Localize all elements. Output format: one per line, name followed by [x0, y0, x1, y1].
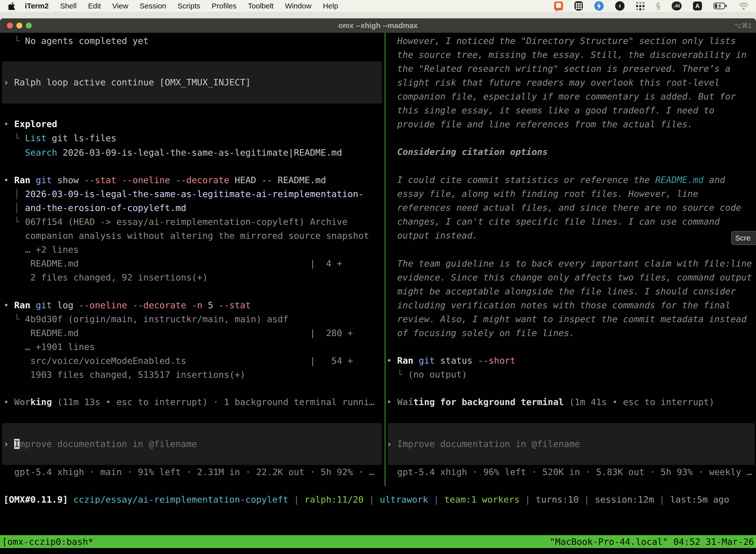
menu-item-view[interactable]: View: [112, 2, 128, 10]
hook-icon[interactable]: §: [656, 1, 660, 11]
omx-status-bar: [OMX#0.11.9] cczip/essay/ai-reimplementa…: [3, 0, 755, 554]
pane-divider[interactable]: [385, 33, 385, 486]
tmux-host-clock: "MacBook-Pro-44.local" 04:52 31-Mar-26: [550, 537, 754, 547]
omx-status-line: [OMX#0.11.9] cczip/essay/ai-reimplementa…: [3, 493, 729, 507]
menu-item-window[interactable]: Window: [285, 2, 312, 10]
menu-item-shell[interactable]: Shell: [60, 2, 77, 10]
menu-bar: iTerm2ShellEditViewSessionScriptsProfile…: [0, 0, 756, 12]
screen-notification-label: Scre: [735, 234, 751, 242]
desktop: { "menu_bar": { "items": ["iTerm2", "She…: [0, 0, 756, 554]
chat-app-icon[interactable]: [554, 1, 563, 10]
screen-notification[interactable]: Scre: [731, 231, 756, 245]
menu-item-edit[interactable]: Edit: [88, 2, 101, 10]
menu-item-toolbelt[interactable]: Toolbelt: [248, 2, 273, 10]
chevron-circle-icon[interactable]: ‹: [615, 1, 625, 11]
menu-status-icons: ‹ § ..61 A: [554, 1, 756, 11]
bolt-app-icon[interactable]: [594, 1, 604, 11]
keyboard-shield-icon[interactable]: [574, 1, 583, 11]
notification-badge-icon[interactable]: ..61: [672, 1, 682, 10]
menu-item-profiles[interactable]: Profiles: [211, 2, 236, 10]
menu-item-session[interactable]: Session: [140, 2, 166, 10]
dots-grid-icon[interactable]: [636, 2, 645, 10]
menu-item-iterm2[interactable]: iTerm2: [25, 2, 49, 10]
input-source-icon[interactable]: A: [693, 1, 702, 10]
battery-icon[interactable]: [713, 1, 727, 10]
wifi-icon[interactable]: [739, 2, 749, 10]
menu-item-list: iTerm2ShellEditViewSessionScriptsProfile…: [25, 2, 338, 10]
apple-menu-icon[interactable]: [8, 2, 15, 10]
badge-count: ..61: [672, 1, 682, 10]
tmux-status-bar: [omx-cczip0:bash* "MacBook-Pro-44.local"…: [0, 535, 756, 548]
menu-item-help[interactable]: Help: [323, 2, 338, 10]
menu-item-scripts[interactable]: Scripts: [178, 2, 200, 10]
tmux-session-label: [omx-cczip0:bash*: [2, 537, 93, 547]
